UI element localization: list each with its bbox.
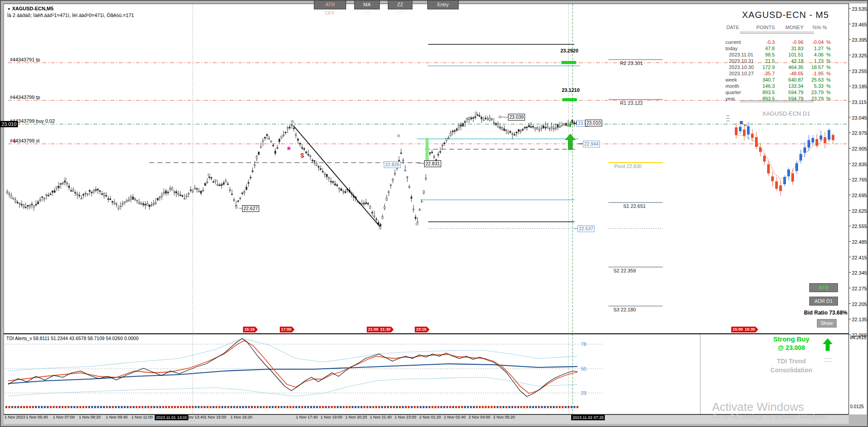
pivot-label-s3: S3 22.180 [613, 307, 636, 312]
order-line-label: #44343791 tp [10, 57, 40, 62]
time-axis-label: 2 Nov 05:20 [493, 415, 515, 419]
price-axis-label: 23.185 [852, 84, 867, 89]
price-axis-label: 23.395 [852, 37, 867, 43]
time-axis-label: 1 Nov 20:20 [345, 415, 367, 419]
price-axis-label: 22.345 [852, 270, 867, 276]
time-axis-label: 1 Nov 11:00 [131, 415, 153, 419]
stats-pct-sign: % [826, 39, 831, 45]
stats-points: 21.5 [748, 58, 775, 64]
price-axis-label: 22.485 [852, 239, 867, 245]
price-tag-box: 22.831 [424, 160, 441, 167]
stats-pct-sign: % [826, 52, 831, 57]
tdi-axis-label: 84.2615 [850, 335, 866, 340]
tdi-header: TDI Alerts_v 58.8111 51.2344 43.6578 58.… [6, 336, 139, 341]
price-tag-box: 23.039 [508, 114, 525, 121]
stats-row-label: quarter [725, 90, 741, 95]
stats-money: 101.51 [775, 52, 803, 57]
tdi-level-label: 23 [581, 390, 586, 396]
stats-header-pct: %% % [812, 25, 827, 30]
bid-ratio-label: Bid Ratio 73.68% [780, 310, 847, 316]
time-axis-label: 1 Nov 17:40 [296, 415, 318, 419]
stats-pct-sign: % [826, 83, 831, 89]
stats-pct-sign: % [826, 71, 831, 76]
symbol-title[interactable]: ▼ XAGUSD-ECN,M5 [7, 6, 53, 11]
stats-title: XAGUSD-ECN - M5 [742, 10, 828, 20]
time-axis-label: 1 Nov 05:40 [26, 415, 48, 419]
stats-header-points: POINTS [748, 25, 775, 30]
price-axis-label: 23.535 [852, 6, 867, 12]
stats-money: 133.34 [775, 83, 803, 89]
stats-pct-sign: % [826, 65, 831, 70]
time-axis-label: 2 Nov 02:40 [444, 415, 466, 419]
time-axis-label: 1 Nov 21:40 [370, 415, 392, 419]
tdi-level-label: 78 [581, 341, 586, 347]
price-axis-label: 23.115 [852, 99, 867, 105]
stats-pct-sign: % [826, 58, 831, 64]
stats-separator: ================================== [740, 30, 814, 35]
stats-money: -0.96 [775, 39, 803, 45]
tdi-trend-value: Consolidation [758, 367, 825, 374]
stats-points: -0.3 [748, 39, 775, 45]
pivot-label-r2: R2 23.301 [620, 60, 643, 66]
star-marker: * [287, 144, 291, 156]
adr-d1-button[interactable]: ADR D1 [809, 297, 838, 306]
toolbar-button-atr-off[interactable]: ATR OFF [314, 0, 346, 9]
price-tag-box: 22.944 [583, 141, 600, 147]
tdi-axis-label: 0.0125 [850, 404, 864, 409]
mt4-window: 1 Nov 20231 Nov 05:401 Nov 07:001 Nov 08… [0, 0, 868, 427]
price-label-tp1: 23.2920 [560, 48, 578, 53]
price-tag-box: 22.627 [242, 205, 259, 212]
stats-money: 43.18 [775, 58, 803, 64]
price-axis-label: 23.325 [852, 53, 867, 58]
time-axis-label: 1 Nov 15:00 [204, 415, 226, 419]
symbol-label: XAGUSD-ECN,M5 [12, 6, 53, 11]
stats-pct: -1.95 [804, 71, 824, 76]
stats-row-label: current [725, 39, 741, 45]
show-button[interactable]: Show [817, 319, 837, 328]
stats-money: 31.83 [775, 46, 803, 51]
time-axis-label: 2 Nov 01:20 [419, 415, 441, 419]
price-tag-box: 23.010 [585, 120, 602, 126]
price-label-tp2: 23.1210 [562, 87, 580, 93]
stats-money: 594.79 [775, 90, 803, 95]
stats-header-money: MONEY [777, 25, 803, 30]
time-axis-label: 2 Nov 04:00 [469, 415, 490, 419]
stats-row-label: today [725, 46, 738, 51]
stats-money: 464.35 [775, 65, 803, 70]
time-axis-label: 1 Nov 16:20 [230, 415, 252, 419]
pivot-label-s2: S2 22.359 [613, 268, 636, 273]
toolbar-button-ma-off[interactable]: MA Off [354, 0, 380, 9]
price-axis-label: 23.465 [852, 22, 867, 27]
toolbar-button-entry[interactable]: Entry [427, 0, 459, 9]
stats-row-label: month [725, 83, 739, 89]
stats-points: 146.3 [748, 83, 775, 89]
time-axis-label: 1 Nov 13:40 [183, 415, 205, 419]
stats-money: 594.79 [775, 96, 803, 101]
price-axis-label: 22.695 [852, 193, 867, 198]
squiggle-icon: ~~~~~~ [824, 357, 833, 363]
price-axis-label: 22.555 [852, 224, 867, 229]
stats-points: 340.7 [748, 77, 775, 82]
stats-points: -35.7 [748, 71, 775, 76]
price-axis-label: 22.275 [852, 286, 867, 291]
time-flag: 21:30 [379, 327, 394, 332]
stats-pct-sign: % [826, 96, 831, 101]
stats-points: 893.5 [748, 96, 775, 101]
stats-pct: 4.06 [804, 52, 824, 57]
stats-pct-sign: % [826, 90, 831, 95]
stats-pct: -0.04 [804, 39, 824, 45]
toolbar-button-zz-off[interactable]: ZZ OFF [388, 0, 412, 9]
stats-points: 893.5 [748, 90, 775, 95]
stats-pct: 1.27 [804, 46, 824, 51]
time-axis-label: 1 Nov 2023 [4, 415, 25, 419]
pivot-label-r1: R1 23.122 [620, 100, 643, 106]
time-axis-label: 1 Nov 19:00 [321, 415, 343, 419]
price-axis-label: 22.415 [852, 255, 867, 260]
stats-pct-sign: % [826, 46, 831, 51]
atr-button[interactable]: ATR [809, 283, 838, 292]
stats-row-label: week [725, 77, 737, 82]
chart-area[interactable] [4, 4, 849, 415]
dropdown-icon[interactable]: ▼ [7, 7, 11, 11]
time-flag: 15:30 [743, 327, 758, 332]
time-axis-label: 1 Nov 07:00 [53, 415, 75, 419]
